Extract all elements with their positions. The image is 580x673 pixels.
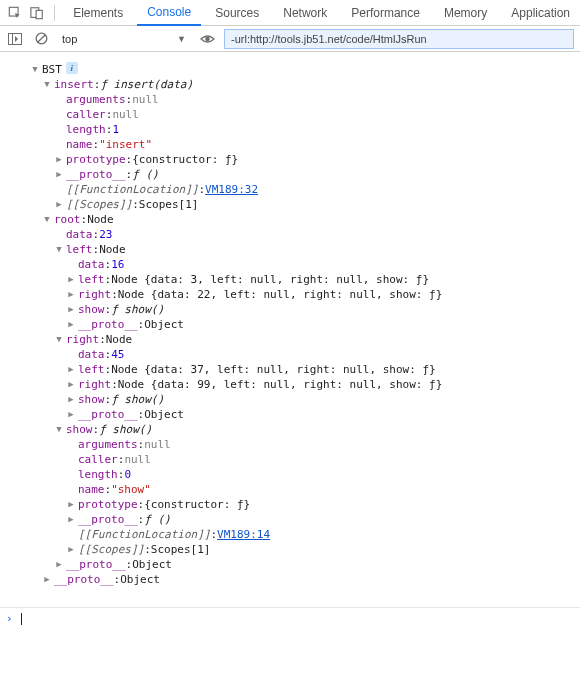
expand-icon[interactable]: ▶ xyxy=(66,497,76,512)
clear-console-icon[interactable] xyxy=(32,30,50,48)
expand-icon[interactable]: ▶ xyxy=(54,557,64,572)
expand-icon[interactable]: ▶ xyxy=(66,272,76,287)
prop-value: ƒ show() xyxy=(111,302,164,317)
prop-value: 0 xyxy=(124,467,131,482)
context-selector[interactable]: top ▼ xyxy=(58,29,190,49)
prop-key: arguments xyxy=(66,92,126,107)
tab-application[interactable]: Application xyxy=(501,0,580,26)
tab-elements[interactable]: Elements xyxy=(63,0,133,26)
info-icon[interactable]: i xyxy=(66,62,78,74)
divider xyxy=(54,5,55,21)
expand-icon[interactable]: ▶ xyxy=(66,287,76,302)
expand-icon[interactable]: ▼ xyxy=(54,332,64,347)
prop-value: ƒ show() xyxy=(111,392,164,407)
prop-key[interactable]: insert xyxy=(54,77,94,92)
prop-value: {constructor: ƒ} xyxy=(144,497,250,512)
prop-value: Node {data: 3, left: null, right: null, … xyxy=(111,272,429,287)
prop-value: {constructor: ƒ} xyxy=(132,152,238,167)
prop-value: ƒ () xyxy=(132,167,159,182)
expand-icon[interactable]: ▼ xyxy=(42,212,52,227)
svg-rect-4 xyxy=(9,33,13,44)
console-prompt[interactable]: › xyxy=(0,607,580,629)
prop-value: Node xyxy=(106,332,133,347)
prop-key[interactable]: __proto__ xyxy=(54,572,114,587)
expand-icon[interactable]: ▶ xyxy=(66,392,76,407)
context-selector-label: top xyxy=(62,33,77,45)
prop-value: null xyxy=(132,92,159,107)
console-toolbar: top ▼ xyxy=(0,26,580,52)
expand-icon[interactable]: ▼ xyxy=(30,62,40,77)
inspect-icon[interactable] xyxy=(6,2,24,24)
prop-value: Object xyxy=(120,572,160,587)
expand-icon[interactable]: ▶ xyxy=(54,197,64,212)
prop-key[interactable]: root xyxy=(54,212,81,227)
prop-value: 23 xyxy=(99,227,112,242)
svg-point-7 xyxy=(205,36,210,41)
prop-value: Node {data: 22, left: null, right: null,… xyxy=(118,287,443,302)
prop-key: data xyxy=(78,347,105,362)
expand-icon[interactable]: ▶ xyxy=(54,167,64,182)
prop-value: Scopes[1] xyxy=(139,197,199,212)
prop-key[interactable]: [[Scopes]] xyxy=(66,197,132,212)
prop-value: 45 xyxy=(111,347,124,362)
expand-icon[interactable]: ▶ xyxy=(66,362,76,377)
prop-key[interactable]: show xyxy=(66,422,93,437)
device-toggle-icon[interactable] xyxy=(28,2,46,24)
prop-key[interactable]: left xyxy=(78,272,105,287)
tab-network[interactable]: Network xyxy=(273,0,337,26)
expand-icon[interactable]: ▶ xyxy=(66,512,76,527)
prop-key[interactable]: right xyxy=(66,332,99,347)
filter-input[interactable] xyxy=(224,29,574,49)
expand-icon[interactable]: ▶ xyxy=(66,302,76,317)
chevron-down-icon: ▼ xyxy=(177,34,186,44)
expand-icon[interactable]: ▼ xyxy=(54,422,64,437)
prop-value: Object xyxy=(144,317,184,332)
live-expression-icon[interactable] xyxy=(198,30,216,48)
tab-console[interactable]: Console xyxy=(137,0,201,26)
prop-key[interactable]: left xyxy=(78,362,105,377)
expand-icon[interactable]: ▼ xyxy=(42,77,52,92)
prop-key[interactable]: show xyxy=(78,392,105,407)
expand-icon[interactable]: ▼ xyxy=(54,242,64,257)
expand-icon[interactable]: ▶ xyxy=(66,542,76,557)
prop-key[interactable]: right xyxy=(78,287,111,302)
prop-key[interactable]: __proto__ xyxy=(66,167,126,182)
prop-key: [[FunctionLocation]] xyxy=(66,182,198,197)
prop-key: arguments xyxy=(78,437,138,452)
expand-icon[interactable]: ▶ xyxy=(66,377,76,392)
prop-key: [[FunctionLocation]] xyxy=(78,527,210,542)
prop-value: null xyxy=(144,437,171,452)
prop-key[interactable]: __proto__ xyxy=(78,512,138,527)
prop-key[interactable]: prototype xyxy=(78,497,138,512)
svg-line-6 xyxy=(37,35,45,43)
prop-key: length xyxy=(66,122,106,137)
prop-key[interactable]: __proto__ xyxy=(78,407,138,422)
prop-key[interactable]: right xyxy=(78,377,111,392)
tab-sources[interactable]: Sources xyxy=(205,0,269,26)
prop-value: Scopes[1] xyxy=(151,542,211,557)
devtools-tabs: Elements Console Sources Network Perform… xyxy=(0,0,580,26)
object-header[interactable]: BST xyxy=(42,62,62,77)
prop-value: ƒ show() xyxy=(99,422,152,437)
prop-key[interactable]: __proto__ xyxy=(78,317,138,332)
tab-performance[interactable]: Performance xyxy=(341,0,430,26)
prop-key: name xyxy=(66,137,93,152)
prop-key[interactable]: [[Scopes]] xyxy=(78,542,144,557)
prop-value: Node {data: 99, left: null, right: null,… xyxy=(118,377,443,392)
expand-icon[interactable]: ▶ xyxy=(66,317,76,332)
prop-value: Object xyxy=(132,557,172,572)
prop-key: data xyxy=(66,227,93,242)
expand-icon[interactable]: ▶ xyxy=(66,407,76,422)
prop-key[interactable]: left xyxy=(66,242,93,257)
tab-memory[interactable]: Memory xyxy=(434,0,497,26)
expand-icon[interactable]: ▶ xyxy=(54,152,64,167)
prop-key: caller xyxy=(78,452,118,467)
expand-icon[interactable]: ▶ xyxy=(42,572,52,587)
prop-value: null xyxy=(124,452,151,467)
sidebar-toggle-icon[interactable] xyxy=(6,30,24,48)
prop-key[interactable]: prototype xyxy=(66,152,126,167)
source-link[interactable]: VM189:14 xyxy=(217,527,270,542)
source-link[interactable]: VM189:32 xyxy=(205,182,258,197)
prop-key[interactable]: __proto__ xyxy=(66,557,126,572)
prop-key[interactable]: show xyxy=(78,302,105,317)
